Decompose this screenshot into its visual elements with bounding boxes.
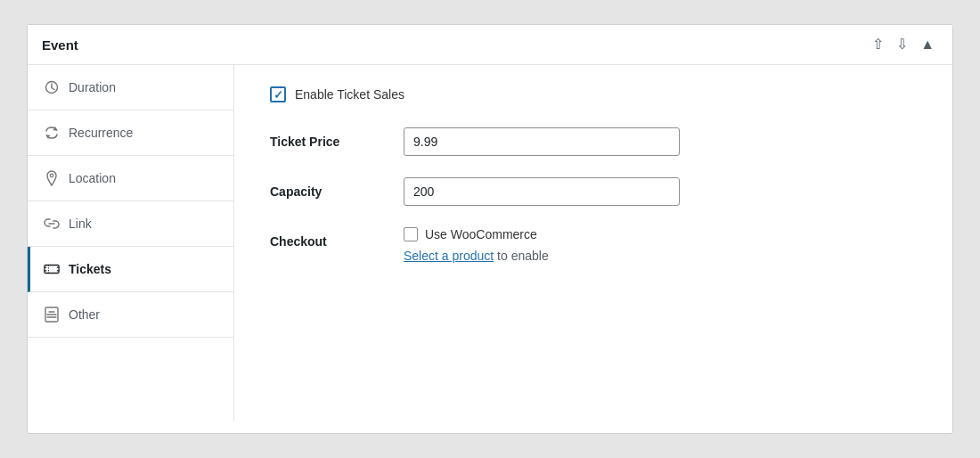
sidebar-label-location: Location bbox=[69, 171, 116, 185]
sidebar-item-recurrence[interactable]: Recurrence bbox=[28, 110, 233, 156]
move-down-button[interactable]: ⇩ bbox=[893, 36, 911, 53]
enable-ticket-sales-row: ✓ Enable Ticket Sales bbox=[270, 86, 917, 102]
svg-point-3 bbox=[50, 174, 53, 177]
checkout-options: Use WooCommerce Select a product to enab… bbox=[404, 227, 549, 263]
sidebar-item-location[interactable]: Location bbox=[28, 156, 233, 201]
checkmark-icon: ✓ bbox=[274, 89, 283, 101]
location-icon bbox=[44, 170, 60, 186]
woocommerce-option: Use WooCommerce bbox=[404, 227, 549, 241]
sidebar-item-link[interactable]: Link bbox=[28, 201, 233, 247]
checkout-label: Checkout bbox=[270, 227, 386, 249]
select-product-suffix: to enable bbox=[494, 249, 549, 263]
sidebar-label-link: Link bbox=[69, 217, 92, 231]
sidebar-label-duration: Duration bbox=[69, 80, 116, 94]
recurrence-icon bbox=[44, 125, 60, 141]
other-icon bbox=[44, 307, 60, 323]
clock-icon bbox=[44, 79, 60, 95]
enable-ticket-sales-label: Enable Ticket Sales bbox=[295, 87, 404, 102]
svg-rect-5 bbox=[45, 266, 59, 274]
capacity-input[interactable] bbox=[404, 177, 680, 206]
header-controls: ⇧ ⇩ ▲ bbox=[869, 36, 938, 53]
sidebar: Duration Recurrence bbox=[28, 65, 234, 421]
ticket-price-input[interactable] bbox=[404, 127, 680, 156]
event-widget: Event ⇧ ⇩ ▲ Duration bbox=[27, 24, 953, 434]
widget-title: Event bbox=[42, 37, 78, 53]
ticket-price-row: Ticket Price bbox=[270, 127, 917, 156]
move-up-button[interactable]: ⇧ bbox=[869, 36, 887, 53]
sidebar-item-duration[interactable]: Duration bbox=[28, 65, 233, 110]
link-icon bbox=[44, 216, 60, 232]
select-product-link[interactable]: Select a product bbox=[404, 249, 494, 263]
tickets-icon bbox=[44, 261, 60, 277]
collapse-button[interactable]: ▲ bbox=[917, 36, 938, 53]
ticket-price-label: Ticket Price bbox=[270, 127, 386, 149]
checkout-row: Checkout Use WooCommerce Select a produc… bbox=[270, 227, 917, 263]
sidebar-item-tickets[interactable]: Tickets bbox=[28, 247, 233, 292]
sidebar-item-other[interactable]: Other bbox=[28, 292, 233, 338]
widget-header: Event ⇧ ⇩ ▲ bbox=[28, 25, 952, 65]
main-content: ✓ Enable Ticket Sales Ticket Price Capac… bbox=[234, 65, 952, 421]
capacity-label: Capacity bbox=[270, 177, 386, 199]
sidebar-label-other: Other bbox=[69, 307, 100, 322]
widget-body: Duration Recurrence bbox=[28, 65, 952, 421]
select-product-row: Select a product to enable bbox=[404, 249, 549, 263]
svg-line-2 bbox=[52, 88, 54, 90]
use-woocommerce-checkbox[interactable] bbox=[404, 227, 418, 241]
use-woocommerce-label: Use WooCommerce bbox=[425, 227, 537, 241]
sidebar-label-tickets: Tickets bbox=[69, 262, 111, 276]
enable-ticket-sales-checkbox[interactable]: ✓ bbox=[270, 86, 286, 102]
capacity-row: Capacity bbox=[270, 177, 917, 206]
sidebar-label-recurrence: Recurrence bbox=[69, 126, 133, 140]
